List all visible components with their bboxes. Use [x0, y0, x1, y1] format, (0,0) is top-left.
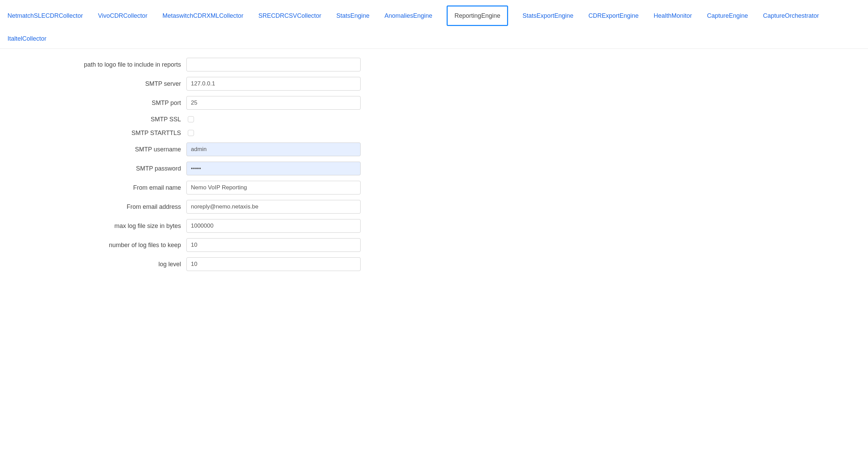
tab-healthmonitor[interactable]: HealthMonitor	[653, 10, 692, 22]
row-smtp-port: SMTP port	[0, 93, 868, 112]
tab-vivocdrcollector[interactable]: VivoCDRCollector	[97, 10, 148, 22]
input-logo-path[interactable]	[186, 58, 361, 71]
input-max-log-size[interactable]	[186, 219, 361, 233]
input-log-level[interactable]	[186, 257, 361, 271]
tab-statsengine[interactable]: StatsEngine	[336, 10, 370, 22]
row-smtp-server: SMTP server	[0, 74, 868, 93]
label-log-level: log level	[0, 261, 186, 268]
row-log-level: log level	[0, 255, 868, 274]
tab-reportingengine[interactable]: ReportingEngine	[447, 5, 508, 26]
row-smtp-username: SMTP username	[0, 140, 868, 159]
label-from-email-name: From email name	[0, 184, 186, 191]
label-max-log-size: max log file size in bytes	[0, 222, 186, 230]
tab-captureengine[interactable]: CaptureEngine	[706, 10, 748, 22]
input-log-files-keep[interactable]	[186, 238, 361, 252]
tab-captureorchestrator[interactable]: CaptureOrchestrator	[762, 10, 820, 22]
label-smtp-ssl: SMTP SSL	[0, 116, 186, 123]
settings-form: path to logo file to include in reports …	[0, 49, 868, 274]
checkbox-smtp-starttls[interactable]	[188, 130, 194, 136]
tab-statsexportengine[interactable]: StatsExportEngine	[522, 10, 574, 22]
row-smtp-ssl: SMTP SSL	[0, 112, 868, 126]
label-smtp-starttls: SMTP STARTTLS	[0, 130, 186, 137]
input-smtp-server[interactable]	[186, 77, 361, 91]
tab-metaswitchcdrxmlcollector[interactable]: MetaswitchCDRXMLCollector	[162, 10, 244, 22]
row-smtp-starttls: SMTP STARTTLS	[0, 126, 868, 140]
row-logo-path: path to logo file to include in reports	[0, 55, 868, 74]
tab-srecdrcsvcollector[interactable]: SRECDRCSVCollector	[258, 10, 322, 22]
row-log-files-keep: number of log files to keep	[0, 235, 868, 255]
row-max-log-size: max log file size in bytes	[0, 216, 868, 235]
checkbox-smtp-ssl[interactable]	[188, 116, 194, 122]
input-from-email-name[interactable]	[186, 181, 361, 194]
tab-cdrexportengine[interactable]: CDRExportEngine	[588, 10, 639, 22]
input-smtp-password[interactable]	[186, 162, 361, 175]
label-smtp-port: SMTP port	[0, 99, 186, 107]
tab-netmatchslecdrcollector[interactable]: NetmatchSLECDRCollector	[7, 10, 84, 22]
row-from-email-address: From email address	[0, 197, 868, 216]
label-smtp-username: SMTP username	[0, 146, 186, 153]
label-smtp-password: SMTP password	[0, 165, 186, 172]
label-from-email-address: From email address	[0, 203, 186, 211]
row-from-email-name: From email name	[0, 178, 868, 197]
tab-anomaliesengine[interactable]: AnomaliesEngine	[384, 10, 433, 22]
input-from-email-address[interactable]	[186, 200, 361, 214]
input-smtp-username[interactable]	[186, 143, 361, 156]
label-log-files-keep: number of log files to keep	[0, 242, 186, 249]
label-logo-path: path to logo file to include in reports	[0, 61, 186, 68]
row-smtp-password: SMTP password	[0, 159, 868, 178]
input-smtp-port[interactable]	[186, 96, 361, 110]
tab-bar: NetmatchSLECDRCollector VivoCDRCollector…	[0, 0, 868, 49]
tab-italtelcollector[interactable]: ItaltelCollector	[7, 33, 47, 44]
label-smtp-server: SMTP server	[0, 80, 186, 87]
